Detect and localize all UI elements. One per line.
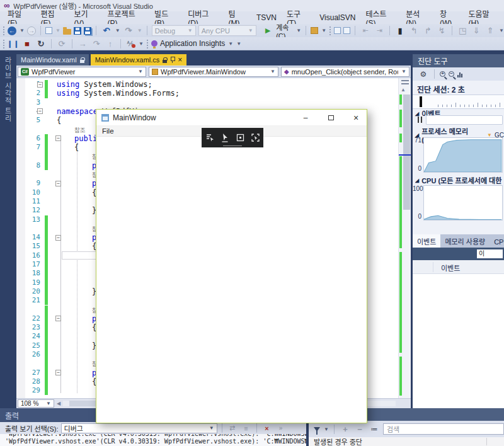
remove-exception-icon[interactable]: − <box>354 424 365 435</box>
fold-collapse-icon[interactable]: − <box>37 82 43 88</box>
overlay-grip-handle[interactable] <box>223 146 242 146</box>
uncomment-selection-icon[interactable]: ⇓ <box>471 25 482 36</box>
menu-item[interactable]: VisualSVN <box>314 12 360 23</box>
fold-collapse-icon[interactable]: − <box>55 181 61 186</box>
fold-collapse-icon[interactable]: − <box>55 370 61 375</box>
save-icon[interactable] <box>74 27 81 35</box>
new-project-icon[interactable] <box>334 27 341 34</box>
tab-cpu-usage[interactable]: CPU 사용량 <box>490 234 504 248</box>
close-button[interactable]: × <box>345 111 367 125</box>
indent-increase-icon[interactable]: ⇥ <box>374 25 385 36</box>
navigate-backward-icon[interactable]: ← <box>8 26 16 35</box>
checklist-icon[interactable]: ≔ <box>369 424 380 435</box>
navigate-to-dropdown-icon[interactable]: ▼ <box>55 28 60 33</box>
scroll-left-icon[interactable]: ◀ <box>57 401 60 406</box>
project-dropdown[interactable]: C# WpfPdfViewer ▼ <box>18 67 146 77</box>
tab-mainwindow-xaml[interactable]: MainWindow.xaml <box>16 54 89 66</box>
app-insights-dropdown-icon[interactable]: ▼ <box>228 41 233 47</box>
stop-debugging-icon[interactable]: ■ <box>21 38 33 49</box>
break-all-icon[interactable]: ❙❙ <box>8 38 19 49</box>
fold-collapse-icon[interactable]: − <box>55 135 61 141</box>
events-list[interactable] <box>413 274 504 408</box>
step-into-icon[interactable]: → <box>77 38 88 49</box>
open-file-icon[interactable] <box>63 29 71 35</box>
zoom-in-icon[interactable]: + <box>440 71 445 77</box>
filter-funnel-icon[interactable] <box>314 427 320 432</box>
restart-icon[interactable]: ↻ <box>35 38 47 49</box>
output-overflow-icon[interactable]: » <box>275 423 287 433</box>
breakpoints-icon[interactable]: ⅍ <box>125 39 135 49</box>
navigate-to-icon[interactable] <box>45 27 52 34</box>
solution-configuration-dropdown[interactable]: Debug▼ <box>152 25 196 36</box>
exception-search-input[interactable]: 검색 <box>383 423 504 435</box>
sidebar-tab-live-visual-tree[interactable]: 라이브 시각적 트리 <box>3 57 13 122</box>
fold-collapse-icon[interactable]: − <box>55 235 61 241</box>
navigate-backward-dropdown-icon[interactable]: ▼ <box>20 28 25 33</box>
indent-decrease-icon[interactable]: ⇤ <box>360 25 371 36</box>
solution-platform-dropdown[interactable]: Any CPU▼ <box>198 25 256 36</box>
collapse-triangle-icon[interactable]: ◢ <box>415 111 419 117</box>
timeline-ruler[interactable] <box>413 94 504 109</box>
member-dropdown[interactable]: ◆ mnuOpen_Click(object sender, RoutedE ▼ <box>281 67 410 77</box>
watch-window-icon[interactable] <box>311 27 318 34</box>
continue-icon[interactable]: ▶ <box>262 25 273 36</box>
undo-icon[interactable]: ↶ <box>101 25 112 36</box>
events-swimlane[interactable] <box>426 115 503 125</box>
toolbar-grip[interactable] <box>3 39 5 49</box>
menu-file[interactable]: File <box>96 127 120 135</box>
toolbar2-overflow-icon[interactable]: ▼ <box>236 41 241 47</box>
find-message-icon[interactable]: ⇄ <box>227 423 238 433</box>
clear-all-icon[interactable]: × <box>261 423 273 433</box>
continue-dropdown-icon[interactable]: ▼ <box>296 28 301 33</box>
zoom-out-icon[interactable]: − <box>449 71 454 77</box>
reset-view-icon[interactable] <box>457 71 462 77</box>
navigate-forward-icon[interactable]: → <box>27 26 36 35</box>
codelens-references[interactable]: 참조 <box>74 126 85 134</box>
fold-collapse-icon[interactable]: − <box>55 316 61 321</box>
editor-vertical-scrollbar[interactable]: ▲ <box>398 78 411 398</box>
undo-dropdown-icon[interactable]: ▼ <box>115 28 120 33</box>
settings-gear-icon[interactable]: ⚙ <box>418 69 429 79</box>
close-tab-icon[interactable]: × <box>178 57 182 63</box>
word-wrap-icon[interactable]: ≡ <box>241 423 252 433</box>
maximize-button[interactable] <box>320 111 341 125</box>
memory-chart[interactable] <box>423 137 503 173</box>
run-window-titlebar[interactable]: MainWindow – × <box>96 110 367 126</box>
tab-mainwindow-xaml-cs[interactable]: MainWindow.xaml.cs × <box>91 54 187 66</box>
add-item-icon[interactable] <box>343 27 350 34</box>
enable-selection-icon[interactable] <box>220 133 230 142</box>
tab-memory-usage[interactable]: 메모리 사용량 <box>440 234 490 248</box>
refresh-icon[interactable]: ⟳ <box>56 38 67 49</box>
display-layout-adorners-icon[interactable] <box>236 133 245 142</box>
add-exception-icon[interactable]: + <box>340 424 351 435</box>
editor-zoom-dropdown[interactable]: 108 % ▼ <box>18 399 54 408</box>
events-filter-input[interactable]: 이 <box>477 249 503 258</box>
events-column-header[interactable]: 이벤트 <box>441 263 460 273</box>
redo-icon[interactable]: ↷ <box>123 25 134 36</box>
xaml-debug-overlay-toolbar[interactable] <box>202 128 263 147</box>
save-all-icon[interactable] <box>84 27 91 35</box>
minimize-button[interactable]: – <box>295 111 316 125</box>
filter-dropdown-icon[interactable]: ▼ <box>324 426 329 432</box>
type-dropdown[interactable]: WpfPdfViewer.MainWindow ▼ <box>149 67 278 77</box>
bookmark-icon[interactable]: ▮ <box>394 25 406 36</box>
output-text-area[interactable]: 'WpfPdfViewer.vshost.exe'(CLR v4.0.30319… <box>0 434 306 446</box>
editor-splitter-handle[interactable] <box>401 80 409 84</box>
debug-toolbar-overflow-icon[interactable]: ▼ <box>139 41 144 47</box>
collapse-triangle-icon[interactable]: ◢ <box>415 178 419 183</box>
app-insights-label[interactable]: Application Insights <box>160 39 225 48</box>
tab-events[interactable]: 이벤트 <box>413 234 440 248</box>
step-out-icon[interactable]: ↑ <box>105 38 116 49</box>
clear-bookmarks-icon[interactable]: ↯ <box>436 25 447 36</box>
redo-dropdown-icon[interactable]: ▼ <box>137 28 142 33</box>
pin-icon[interactable] <box>170 57 175 63</box>
cpu-section-header[interactable]: ◢ CPU (모든 프로세서에 대한 <box>415 175 504 185</box>
toolbar1-overflow-icon[interactable]: ▼ <box>499 28 504 33</box>
scrollbar-thumb[interactable] <box>403 94 410 210</box>
run-window[interactable]: MainWindow – × File <box>96 109 367 423</box>
output-source-dropdown[interactable]: 디버그 ▼ <box>61 423 217 433</box>
fold-collapse-icon[interactable]: − <box>37 108 43 114</box>
toolbar-overflow-icon[interactable]: ▼ <box>321 28 326 33</box>
track-focused-element-icon[interactable] <box>251 133 260 142</box>
previous-bookmark-icon[interactable]: ↰ <box>408 25 420 36</box>
